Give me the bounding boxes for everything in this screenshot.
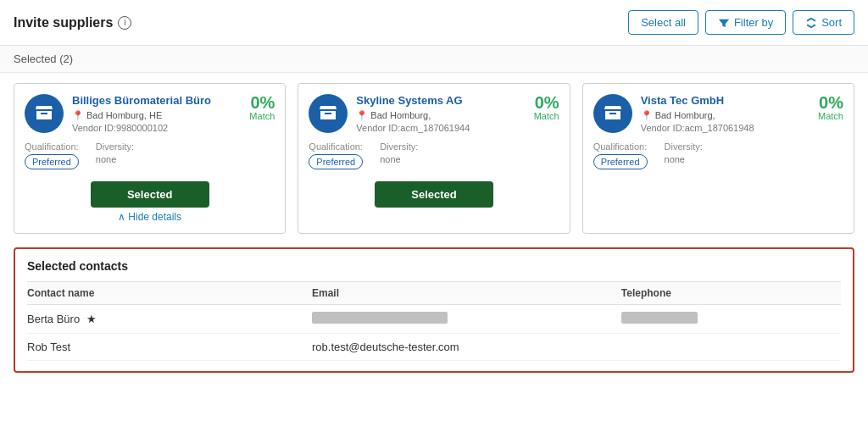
match-label-1: Match <box>534 111 559 121</box>
card-top-1: Skyline Systems AG 📍 Bad Homburg, Vendor… <box>309 94 559 133</box>
tel-redacted-0 <box>621 312 698 324</box>
contacts-table-header-row: Contact name Email Telephone <box>27 282 841 305</box>
location-icon-1: 📍 <box>356 110 368 121</box>
match-percent-0: 0% <box>249 94 275 111</box>
contact-row-1: Rob Test rob.test@deutsche-tester.com <box>27 334 841 361</box>
sort-label: Sort <box>821 16 842 29</box>
contacts-table-body: Berta Büro ★ Rob Test rob.test@deutsche-… <box>27 305 841 361</box>
card-top-0: Billiges Büromaterial Büro 📍 Bad Homburg… <box>25 94 275 133</box>
contacts-table-head: Contact name Email Telephone <box>27 282 841 305</box>
diversity-value-1: none <box>380 154 418 164</box>
location-icon-2: 📍 <box>641 110 653 121</box>
selected-count-bar: Selected (2) <box>0 46 868 73</box>
page-title: Invite suppliers <box>14 15 113 30</box>
qual-col-diversity-0: Diversity: none <box>96 141 134 169</box>
supplier-name-0: Billiges Büromaterial Büro <box>72 94 211 108</box>
contacts-table: Contact name Email Telephone Berta Büro … <box>27 281 841 361</box>
qualification-label-2: Qualification: <box>593 141 648 152</box>
match-label-0: Match <box>249 111 275 121</box>
qual-col-qualification-2: Qualification: Preferred <box>593 141 648 169</box>
contact-email-0 <box>312 305 621 334</box>
info-icon[interactable]: i <box>118 16 131 30</box>
email-redacted-0 <box>312 312 448 324</box>
supplier-card-0: Billiges Büromaterial Büro 📍 Bad Homburg… <box>14 83 286 234</box>
diversity-value-2: none <box>665 154 703 164</box>
contacts-title: Selected contacts <box>27 259 841 273</box>
card-qual-0: Qualification: Preferred Diversity: none <box>25 141 275 169</box>
qual-col-diversity-1: Diversity: none <box>380 141 418 169</box>
store-icon-2 <box>603 103 623 124</box>
supplier-vendor-1: Vendor ID:acm_187061944 <box>356 123 470 133</box>
supplier-info-1: Skyline Systems AG 📍 Bad Homburg, Vendor… <box>356 94 470 133</box>
selected-count-text: Selected (2) <box>14 53 73 65</box>
supplier-location-0: 📍 Bad Homburg, HE <box>72 110 211 121</box>
diversity-label-2: Diversity: <box>665 141 703 152</box>
contact-tel-0 <box>621 305 841 334</box>
match-label-2: Match <box>818 111 843 121</box>
qualification-label-0: Qualification: <box>25 141 79 152</box>
supplier-cards-row: Billiges Büromaterial Büro 📍 Bad Homburg… <box>14 83 854 234</box>
filter-label: Filter by <box>734 16 773 29</box>
filter-by-button[interactable]: Filter by <box>705 10 786 35</box>
col-header-name: Contact name <box>27 282 312 305</box>
qual-col-diversity-2: Diversity: none <box>665 141 703 169</box>
supplier-info-0: Billiges Büromaterial Büro 📍 Bad Homburg… <box>72 94 211 133</box>
header-left: Invite suppliers i <box>14 15 131 30</box>
supplier-info-2: Vista Tec GmbH 📍 Bad Homburg, Vendor ID:… <box>641 94 754 133</box>
sort-button[interactable]: Sort <box>793 10 854 35</box>
supplier-location-2: 📍 Bad Homburg, <box>641 110 754 121</box>
match-box-1: 0% Match <box>534 94 559 121</box>
col-header-email: Email <box>312 282 621 305</box>
supplier-card-1: Skyline Systems AG 📍 Bad Homburg, Vendor… <box>298 83 570 234</box>
selected-button-0[interactable]: Selected <box>91 181 209 208</box>
diversity-label-0: Diversity: <box>96 141 134 152</box>
match-box-2: 0% Match <box>818 94 843 121</box>
card-actions-1: Selected <box>309 181 559 208</box>
select-all-button[interactable]: Select all <box>628 10 698 35</box>
supplier-location-1: 📍 Bad Homburg, <box>356 110 470 121</box>
filter-icon <box>718 17 730 29</box>
qual-col-qualification-1: Qualification: Preferred <box>309 141 363 169</box>
supplier-avatar-1 <box>309 94 348 133</box>
match-percent-1: 0% <box>534 94 559 111</box>
sort-icon <box>805 17 817 29</box>
qual-col-qualification-0: Qualification: Preferred <box>25 141 79 169</box>
qualification-value-1: Preferred <box>309 154 363 169</box>
card-actions-0: Selected ∧ Hide details <box>25 181 275 223</box>
store-icon-1 <box>318 103 338 124</box>
supplier-avatar-0 <box>25 94 64 133</box>
hide-details-0[interactable]: ∧ Hide details <box>118 211 181 223</box>
qualification-value-0: Preferred <box>25 154 79 169</box>
qualification-value-2: Preferred <box>593 154 648 169</box>
header-right: Select all Filter by Sort <box>628 10 854 35</box>
selected-contacts-panel: Selected contacts Contact name Email Tel… <box>14 247 854 373</box>
diversity-value-0: none <box>96 154 134 164</box>
store-icon-0 <box>34 103 54 124</box>
location-icon-0: 📍 <box>72 110 84 121</box>
card-qual-2: Qualification: Preferred Diversity: none <box>593 141 843 169</box>
card-left-1: Skyline Systems AG 📍 Bad Homburg, Vendor… <box>309 94 470 133</box>
supplier-vendor-2: Vendor ID:acm_187061948 <box>641 123 754 133</box>
card-top-2: Vista Tec GmbH 📍 Bad Homburg, Vendor ID:… <box>593 94 843 133</box>
card-left-2: Vista Tec GmbH 📍 Bad Homburg, Vendor ID:… <box>593 94 754 133</box>
selected-button-1[interactable]: Selected <box>375 181 493 208</box>
qualification-label-1: Qualification: <box>309 141 363 152</box>
card-qual-1: Qualification: Preferred Diversity: none <box>309 141 559 169</box>
contact-name-0: Berta Büro ★ <box>27 305 312 334</box>
supplier-avatar-2 <box>593 94 632 133</box>
star-icon-0: ★ <box>86 313 97 325</box>
diversity-label-1: Diversity: <box>380 141 418 152</box>
supplier-vendor-0: Vendor ID:9980000102 <box>72 123 211 133</box>
page-header: Invite suppliers i Select all Filter by … <box>0 0 868 46</box>
chevron-up-icon-0: ∧ <box>118 211 125 223</box>
card-left-0: Billiges Büromaterial Büro 📍 Bad Homburg… <box>25 94 211 133</box>
contact-tel-1 <box>621 334 841 361</box>
supplier-name-2: Vista Tec GmbH <box>641 94 754 108</box>
supplier-card-2: Vista Tec GmbH 📍 Bad Homburg, Vendor ID:… <box>582 83 854 234</box>
match-percent-2: 0% <box>818 94 843 111</box>
col-header-telephone: Telephone <box>621 282 841 305</box>
supplier-name-1: Skyline Systems AG <box>356 94 470 108</box>
cards-area: Billiges Büromaterial Büro 📍 Bad Homburg… <box>0 73 868 241</box>
contact-name-1: Rob Test <box>27 334 312 361</box>
contact-email-1: rob.test@deutsche-tester.com <box>312 334 621 361</box>
